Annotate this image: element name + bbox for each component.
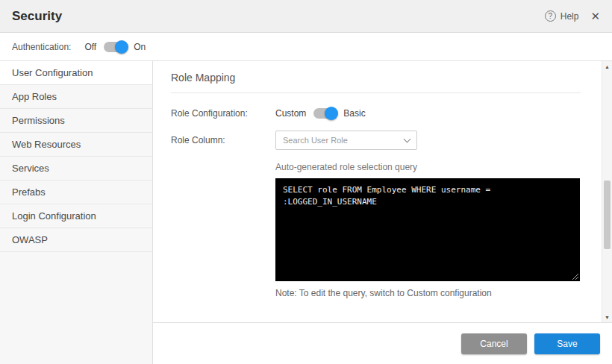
header-actions: ? Help ✕: [545, 10, 600, 22]
role-configuration-row: Role Configuration: Custom Basic: [171, 108, 581, 119]
scroll-down-icon[interactable]: ▼: [602, 312, 612, 322]
scroll-up-icon[interactable]: ▲: [602, 61, 612, 72]
scrollbar-thumb[interactable]: [604, 181, 611, 249]
role-configuration-toggle-knob: [325, 107, 338, 120]
custom-option-label: Custom: [275, 108, 306, 119]
help-button[interactable]: ? Help: [545, 10, 579, 22]
sidebar-item-owasp[interactable]: OWASP: [0, 228, 152, 252]
role-query-textarea[interactable]: SELECT role FROM Employee WHERE username…: [275, 178, 580, 281]
sidebar-item-prefabs[interactable]: Prefabs: [0, 181, 152, 204]
close-icon[interactable]: ✕: [590, 10, 600, 22]
footer: Cancel Save: [153, 322, 612, 364]
basic-option-label: Basic: [343, 108, 365, 119]
role-column-placeholder: Search User Role: [283, 136, 348, 145]
role-configuration-label: Role Configuration:: [171, 108, 275, 119]
query-label: Auto-generated role selection query: [275, 162, 581, 172]
role-configuration-toggle-group: Custom Basic: [275, 108, 366, 119]
resize-handle-icon[interactable]: [571, 272, 578, 280]
sidebar-item-app-roles[interactable]: App Roles: [0, 85, 152, 109]
vertical-scrollbar[interactable]: ▲ ▼: [602, 61, 612, 322]
help-label: Help: [561, 11, 579, 22]
authentication-off-label: Off: [84, 42, 96, 52]
authentication-label: Authentication:: [12, 42, 71, 52]
save-button[interactable]: Save: [534, 333, 600, 354]
role-column-select[interactable]: Search User Role: [275, 131, 417, 150]
security-dialog: Security ? Help ✕ Authentication: Off On…: [0, 0, 612, 364]
authentication-toggle[interactable]: [104, 42, 126, 52]
sidebar-item-web-resources[interactable]: Web Resources: [0, 133, 152, 157]
section-title: Role Mapping: [171, 72, 581, 93]
query-section: Auto-generated role selection query SELE…: [275, 162, 581, 298]
query-note: Note: To edit the query, switch to Custo…: [275, 288, 581, 298]
role-column-label: Role Column:: [171, 135, 275, 145]
sidebar-item-services[interactable]: Services: [0, 157, 152, 181]
cancel-button[interactable]: Cancel: [461, 333, 527, 354]
role-configuration-toggle[interactable]: [313, 108, 336, 119]
header: Security ? Help ✕: [0, 0, 612, 33]
role-mapping-panel: Role Mapping Role Configuration: Custom …: [153, 61, 612, 322]
sidebar-item-user-configuration[interactable]: User Configuration: [0, 61, 152, 85]
main-content: Role Mapping Role Configuration: Custom …: [153, 61, 612, 364]
role-column-row: Role Column: Search User Role: [171, 131, 581, 150]
authentication-bar: Authentication: Off On: [0, 33, 612, 61]
sidebar: User Configuration App Roles Permissions…: [0, 61, 153, 364]
page-title: Security: [12, 9, 62, 24]
help-icon: ?: [545, 10, 556, 22]
chevron-down-icon: [404, 135, 411, 142]
authentication-toggle-knob: [115, 40, 128, 54]
body: User Configuration App Roles Permissions…: [0, 61, 612, 364]
authentication-on-label: On: [134, 42, 146, 52]
sidebar-item-permissions[interactable]: Permissions: [0, 109, 152, 133]
sidebar-item-login-configuration[interactable]: Login Configuration: [0, 204, 152, 228]
